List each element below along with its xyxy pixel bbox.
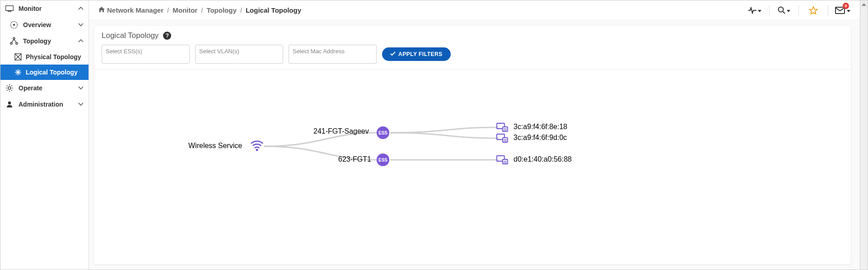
chevron-down-icon [78,22,84,28]
device-icon[interactable] [496,123,508,132]
panel: Logical Topology ? Select ESS(s) Select … [94,26,851,264]
help-icon[interactable]: ? [163,32,171,40]
device-mac[interactable]: d0:e1:40:a0:56:88 [513,155,572,163]
svg-rect-0 [6,6,14,11]
check-icon [390,51,396,57]
nav-overview[interactable]: Overview [0,17,89,33]
svg-point-16 [8,87,11,89]
crumb-root[interactable]: Network Manager [107,6,163,14]
placeholder: Select VLAN(s) [199,47,239,55]
ess-badge: ESS [377,154,389,166]
topology-icon [9,37,19,46]
placeholder: Select Mac Address [293,47,345,55]
activity-button[interactable] [747,4,763,17]
panel-title: Logical Topology [102,31,159,40]
nav-monitor[interactable]: Monitor [0,0,89,17]
breadcrumb: Network Manager / Monitor / Topology / L… [98,6,747,14]
svg-rect-39 [503,159,508,164]
topology-canvas[interactable]: Wireless Service 241-FGT-Sageev ESS 623-… [94,69,851,264]
chevron-up-icon [78,38,84,44]
device-icon[interactable] [496,155,508,164]
svg-line-7 [12,39,14,42]
device-mac[interactable]: 3c:a9:f4:6f:8e:18 [513,123,567,131]
mac-select[interactable]: Select Mac Address [289,45,377,64]
chevron-up-icon [78,5,84,12]
ess-badge: ESS [377,126,389,139]
nav-logical-topology[interactable]: Logical Topology [0,65,89,80]
chevron-down-icon [78,101,84,107]
panel-header: Logical Topology ? [94,26,851,45]
svg-point-5 [10,42,12,44]
scrollbar[interactable] [860,0,868,270]
ess-node-label[interactable]: 623-FGT1 [338,155,371,163]
vlan-select[interactable]: Select VLAN(s) [195,45,283,64]
chevron-down-icon [78,85,84,91]
svg-line-24 [7,90,7,91]
svg-rect-31 [503,127,508,131]
nav-label: Operate [19,84,78,92]
svg-point-6 [16,42,18,44]
ess-select[interactable]: Select ESS(s) [102,45,190,64]
svg-point-25 [8,102,11,104]
home-icon [98,6,105,14]
physical-topology-icon [14,53,22,61]
crumb-topology[interactable]: Topology [206,6,236,14]
nav-operate[interactable]: Operate [0,80,89,96]
search-button[interactable] [776,4,792,17]
header: Network Manager / Monitor / Topology / L… [89,0,860,20]
monitor-icon [5,4,14,13]
svg-point-4 [13,37,15,39]
svg-line-21 [7,85,7,86]
nav-topology[interactable]: Topology [0,33,89,49]
placeholder: Select ESS(s) [106,47,142,55]
device-icon[interactable] [496,134,508,143]
favorite-button[interactable] [805,4,821,17]
root-node-label[interactable]: Wireless Service [188,142,242,150]
nav-label: Administration [19,101,78,108]
scroll-up-icon[interactable] [860,0,868,8]
ess-node-icon[interactable]: ESS [377,126,389,139]
crumb-current: Logical Topology [246,6,301,14]
nav-label: Overview [23,21,78,28]
ess-node-icon[interactable]: ESS [377,154,389,166]
nav-administration[interactable]: Administration [0,96,89,112]
user-icon [5,100,14,109]
nav-label: Monitor [19,5,78,12]
svg-point-29 [256,149,258,151]
sidebar: Monitor Overview Topology Physical Topol… [0,0,89,270]
button-label: APPLY FILTERS [398,51,443,57]
svg-line-8 [14,39,16,42]
messages-button[interactable]: 0 [835,4,851,17]
notification-badge: 0 [843,3,849,9]
svg-rect-35 [503,138,508,142]
logical-topology-icon [14,68,22,76]
nav-label: Physical Topology [26,53,81,61]
svg-point-3 [13,24,15,26]
svg-line-23 [11,85,12,86]
caret-down-icon [787,7,790,14]
nav-label: Logical Topology [26,69,78,76]
crumb-monitor[interactable]: Monitor [173,6,197,14]
nav-physical-topology[interactable]: Physical Topology [0,49,89,65]
svg-point-26 [779,7,784,12]
main-content: Network Manager / Monitor / Topology / L… [89,0,860,270]
device-mac[interactable]: 3c:a9:f4:6f:9d:0c [513,134,567,142]
apply-filters-button[interactable]: APPLY FILTERS [382,47,451,61]
filter-row: Select ESS(s) Select VLAN(s) Select Mac … [94,45,851,69]
overview-icon [9,20,19,29]
header-actions: 0 [747,4,851,17]
nav-label: Topology [23,37,78,45]
gear-icon [5,84,14,93]
svg-line-27 [783,11,785,14]
topology-links [94,70,851,264]
caret-down-icon [758,7,761,14]
ess-node-label[interactable]: 241-FGT-Sageev [313,127,369,135]
svg-line-22 [11,90,12,91]
wifi-icon[interactable] [250,140,264,151]
